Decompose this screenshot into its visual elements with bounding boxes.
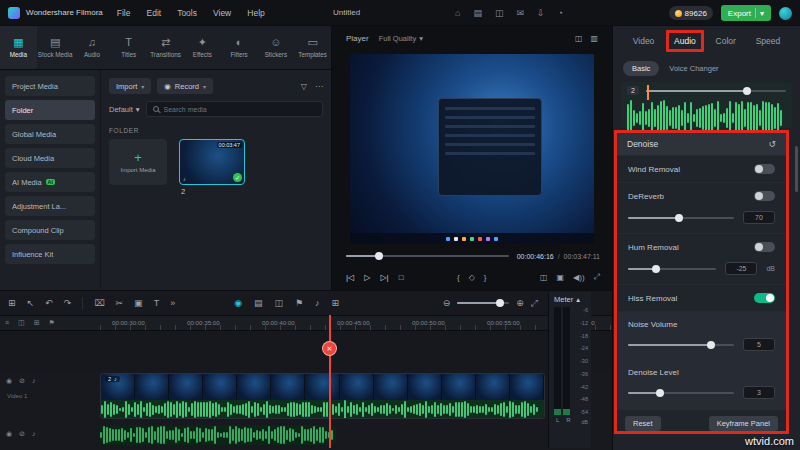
tab-templates[interactable]: ▭ Templates [294, 26, 331, 69]
hum-removal-value[interactable]: -25 [725, 262, 757, 275]
import-media-tile[interactable]: + Import Media [109, 139, 167, 185]
clip-thumbnail[interactable]: 00:03:47 ♪ ✓ [179, 139, 245, 185]
ruler-marker-icon[interactable]: ⚑ [49, 319, 55, 327]
track-manage-icon[interactable]: ≡ [5, 319, 9, 327]
denoise-level-value[interactable]: 3 [743, 386, 775, 399]
next-frame-icon[interactable]: ▷| [380, 273, 388, 282]
track-visibility-icon[interactable]: ◉ [6, 430, 12, 438]
preview-layout-icon[interactable]: ◫ [575, 34, 583, 43]
sidebar-item-global-media[interactable]: Global Media [5, 124, 95, 144]
tab-effects[interactable]: ✦ Effects [184, 26, 221, 69]
menu-tools[interactable]: Tools [177, 8, 197, 18]
more-tools-icon[interactable]: » [170, 298, 175, 308]
menu-view[interactable]: View [213, 8, 231, 18]
dereverb-toggle[interactable] [754, 191, 775, 201]
properties-scrollbar[interactable] [795, 146, 798, 192]
meter-collapse-icon[interactable]: ▴ [576, 295, 580, 304]
filter-icon[interactable]: ▽ [301, 82, 307, 91]
search-box[interactable] [146, 101, 323, 117]
reset-button[interactable]: Reset [625, 416, 661, 431]
add-marker-icon[interactable]: ◇ [469, 273, 475, 282]
playback-progress-slider[interactable] [346, 255, 509, 257]
sort-dropdown[interactable]: Default ▾ [109, 105, 140, 114]
keyframe-panel-button[interactable]: Keyframe Panel [709, 416, 778, 431]
mark-in-icon[interactable]: { [457, 273, 460, 282]
home-icon[interactable]: ⌂ [455, 8, 460, 18]
tab-stickers[interactable]: ☺ Stickers [257, 26, 294, 69]
split-icon[interactable]: ✂ [116, 298, 124, 308]
sidebar-item-influence-kit[interactable]: Influence Kit [5, 244, 95, 264]
wind-removal-toggle[interactable] [754, 164, 775, 174]
prev-frame-icon[interactable]: |◁ [346, 273, 354, 282]
track-mute-icon[interactable]: ♪ [32, 430, 36, 438]
zoom-in-icon[interactable]: ⊕ [516, 298, 524, 308]
search-input[interactable] [164, 106, 316, 113]
timeline-ruler[interactable]: ≡ ◫ ⊞ ⚑ 00:00:30:00 00:00:35:00 00:00:40… [0, 315, 612, 331]
fit-timeline-icon[interactable]: ⤢ [531, 298, 538, 309]
denoise-level-slider[interactable] [628, 392, 734, 394]
track-visibility-icon[interactable]: ◉ [6, 377, 12, 385]
volume-icon[interactable]: ◀)) [573, 273, 584, 282]
select-tool-icon[interactable]: ↖ [27, 298, 35, 308]
noise-volume-value[interactable]: 5 [743, 338, 775, 351]
sidebar-item-ai-media[interactable]: AI Media AI [5, 172, 95, 192]
zoom-out-icon[interactable]: ⊖ [443, 298, 451, 308]
redo-icon[interactable]: ↷ [64, 298, 72, 308]
export-button[interactable]: Export ▾ [721, 5, 771, 21]
hiss-removal-toggle[interactable] [754, 293, 775, 303]
track-lock-icon[interactable]: ⊘ [19, 430, 25, 438]
export-caret-icon[interactable]: ▾ [760, 9, 764, 18]
user-avatar[interactable] [779, 7, 792, 20]
coin-balance[interactable]: 89626 [669, 6, 713, 20]
dereverb-slider[interactable] [628, 217, 734, 219]
noise-volume-slider[interactable] [628, 344, 734, 346]
hum-removal-toggle[interactable] [754, 242, 775, 252]
sidebar-item-project-media[interactable]: Project Media [5, 76, 95, 96]
record-button[interactable]: ◉ Record ▾ [157, 78, 213, 94]
tab-audio[interactable]: ♫ Audio [74, 26, 111, 69]
hum-removal-slider[interactable] [628, 268, 716, 270]
speed-icon[interactable]: ▤ [254, 298, 263, 308]
crop-icon[interactable]: ▣ [134, 298, 143, 308]
tab-audio[interactable]: Audio [674, 36, 696, 46]
download-icon[interactable]: ⇩ [537, 8, 545, 18]
sidebar-item-cloud-media[interactable]: Cloud Media [5, 148, 95, 168]
timeline-audio-clip[interactable] [100, 425, 336, 445]
notification-icon[interactable]: ◔ [558, 8, 563, 18]
menu-file[interactable]: File [117, 8, 131, 18]
pip-icon[interactable]: ◫ [275, 298, 284, 308]
track-mute-icon[interactable]: ♪ [32, 377, 36, 385]
snapshot-icon[interactable]: ▣ [557, 273, 565, 282]
pip-view-icon[interactable]: ◫ [540, 273, 548, 282]
menu-help[interactable]: Help [247, 8, 264, 18]
playhead-handle[interactable]: ✕ [322, 341, 337, 356]
menu-edit[interactable]: Edit [146, 8, 161, 18]
mark-out-icon[interactable]: } [484, 273, 487, 282]
subtab-voice-changer[interactable]: Voice Changer [669, 64, 718, 73]
add-track-icon[interactable]: ⊞ [34, 319, 40, 327]
more-options-icon[interactable]: ⋯ [315, 82, 323, 91]
preview-window-icon[interactable]: ▥ [590, 34, 598, 43]
denoise-reset-icon[interactable]: ↺ [768, 139, 776, 149]
dual-screen-icon[interactable]: ◫ [495, 8, 504, 18]
playhead-line[interactable] [329, 315, 331, 448]
mixer-icon[interactable]: ⊞ [332, 298, 340, 308]
text-tool-icon[interactable]: T [154, 298, 160, 308]
tab-speed[interactable]: Speed [756, 36, 781, 46]
tab-titles[interactable]: T Titles [110, 26, 147, 69]
import-button[interactable]: Import ▾ [109, 78, 151, 94]
dereverb-value[interactable]: 70 [743, 211, 775, 224]
sidebar-item-adjustment-layer[interactable]: Adjustment La... [5, 196, 95, 216]
sidebar-item-compound-clip[interactable]: Compound Clip [5, 220, 95, 240]
stop-icon[interactable]: □ [399, 273, 404, 282]
render-preview-icon[interactable]: ◉ [234, 298, 242, 308]
tab-color[interactable]: Color [716, 36, 736, 46]
tab-stock-media[interactable]: ▤ Stock Media [37, 26, 74, 69]
clip-volume-slider[interactable] [646, 90, 786, 92]
marker-icon[interactable]: ⚑ [295, 298, 303, 308]
panel-layout-icon[interactable]: ▤ [473, 8, 482, 18]
timeline-video-clip[interactable]: 2 ♪ [100, 373, 545, 419]
feedback-icon[interactable]: ✉ [516, 8, 524, 18]
tab-transitions[interactable]: ⇄ Transitions [147, 26, 184, 69]
timeline-zoom-slider[interactable] [457, 302, 509, 304]
